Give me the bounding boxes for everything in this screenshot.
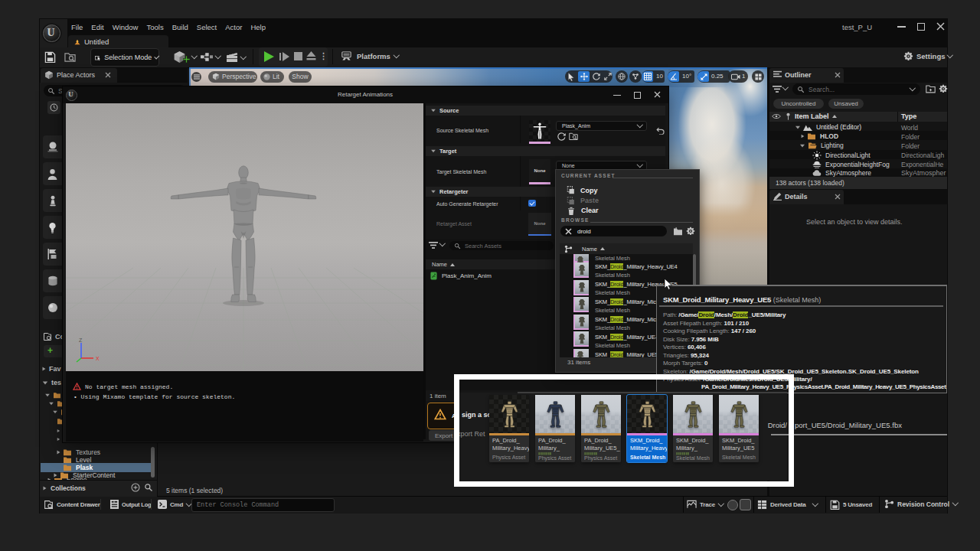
svg-text:X: X (96, 356, 100, 361)
svg-text:Z: Z (79, 337, 83, 343)
